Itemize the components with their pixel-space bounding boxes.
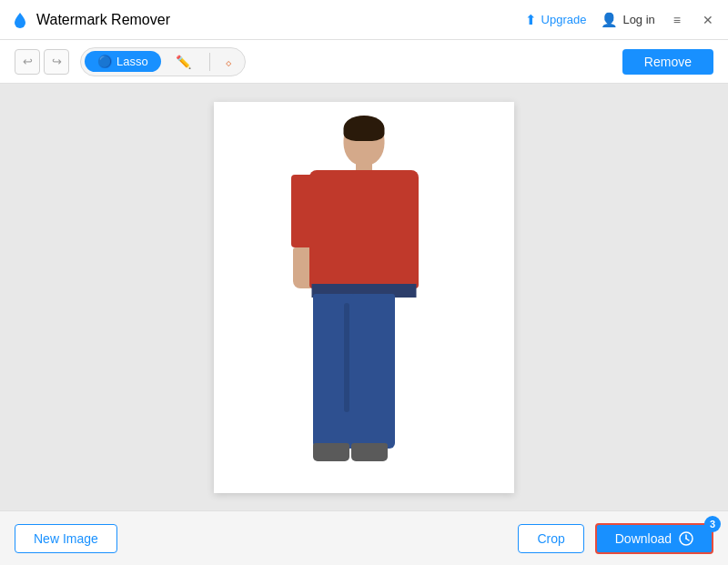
title-left: Watermark Remover <box>11 11 170 29</box>
main-area <box>0 84 728 510</box>
close-button[interactable]: ✕ <box>699 11 717 29</box>
tool-group: 🔵 Lasso ✏️ ⬦ <box>80 47 246 76</box>
app-title: Watermark Remover <box>36 12 170 28</box>
crop-button[interactable]: Crop <box>518 524 583 553</box>
download-badge: 3 <box>704 516 721 532</box>
bottom-right: Crop 3 Download <box>518 523 713 554</box>
shoe-left <box>313 443 349 461</box>
canvas-container[interactable] <box>214 102 514 493</box>
lasso-tool-button[interactable]: 🔵 Lasso <box>85 51 161 72</box>
download-wrapper: 3 Download <box>595 523 713 554</box>
upgrade-label: Upgrade <box>541 13 587 26</box>
download-button[interactable]: Download <box>595 523 713 554</box>
leg-left <box>313 294 357 449</box>
download-label: Download <box>615 531 672 546</box>
person-figure <box>273 116 455 479</box>
undo-button[interactable]: ↩ <box>15 49 40 75</box>
clock-icon <box>679 531 693 546</box>
upgrade-icon: ⬆ <box>525 12 537 28</box>
brush-icon: ✏️ <box>176 55 191 69</box>
brush-tool-button[interactable]: ✏️ <box>163 51 204 73</box>
remove-button[interactable]: Remove <box>622 49 713 75</box>
redo-button[interactable]: ↪ <box>44 49 69 75</box>
hair <box>344 116 385 141</box>
shoe-right <box>351 443 388 461</box>
bottom-bar: New Image Crop 3 Download <box>0 510 728 565</box>
lasso-label: Lasso <box>116 55 148 68</box>
upgrade-button[interactable]: ⬆ Upgrade <box>525 12 587 28</box>
menu-button[interactable]: ≡ <box>670 11 684 29</box>
eraser-icon: ⬦ <box>225 55 232 69</box>
svg-line-2 <box>686 539 689 540</box>
tool-separator <box>209 53 210 71</box>
title-right: ⬆ Upgrade 👤 Log in ≡ ✕ <box>525 11 717 29</box>
login-label: Log in <box>622 13 654 26</box>
undo-redo-group: ↩ ↪ <box>15 49 69 75</box>
toolbar: ↩ ↪ 🔵 Lasso ✏️ ⬦ Remove <box>0 40 728 84</box>
eraser-tool-button[interactable]: ⬦ <box>216 51 241 73</box>
new-image-button[interactable]: New Image <box>15 524 117 553</box>
leg-right <box>351 294 395 449</box>
lasso-icon: 🔵 <box>97 55 112 68</box>
user-icon: 👤 <box>601 12 618 28</box>
login-button[interactable]: 👤 Log in <box>601 12 654 28</box>
shirt <box>309 170 419 288</box>
app-logo-icon <box>11 11 29 29</box>
title-bar: Watermark Remover ⬆ Upgrade 👤 Log in ≡ ✕ <box>0 0 728 40</box>
